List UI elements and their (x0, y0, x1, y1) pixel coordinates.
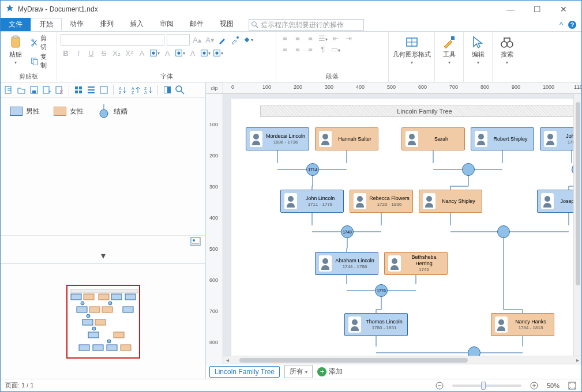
valign-mid-icon[interactable]: ≡ (292, 45, 303, 54)
style-picker-1-icon[interactable]: ▾ (149, 48, 160, 58)
font-color-icon[interactable]: A (137, 49, 147, 58)
ribbon-collapse-icon[interactable]: ^ (560, 20, 563, 29)
valign-top-icon[interactable]: ≡ (280, 45, 290, 54)
drawing-canvas[interactable]: Lincoln Family Tree Mordecai Lincoln1686… (223, 94, 581, 364)
strike-icon[interactable]: S (99, 49, 109, 58)
tools-button[interactable]: 工具▾ (438, 34, 460, 65)
drawing-page[interactable]: Lincoln Family Tree Mordecai Lincoln1686… (231, 99, 581, 364)
char-border-icon[interactable]: A (162, 49, 172, 58)
lib-close-icon[interactable] (55, 85, 64, 95)
lib-open-icon[interactable] (17, 85, 26, 95)
person-node[interactable]: Robert Shipley (471, 127, 534, 150)
zoom-slider[interactable] (452, 385, 521, 387)
tab-home[interactable]: 开始 (31, 18, 62, 31)
lib-new-icon[interactable] (4, 85, 13, 95)
italic-icon[interactable]: I (73, 49, 84, 58)
page-indicator[interactable]: 页面: 1 / 1 (5, 381, 34, 390)
sort-desc-icon[interactable]: ZA (144, 85, 153, 95)
person-node[interactable]: Sarah (401, 127, 465, 150)
sheet-tab-all[interactable]: 所有 ▾ (284, 365, 313, 378)
align-right-icon[interactable]: ≡ (305, 34, 316, 43)
person-node[interactable]: Nancy Hanks1784 - 1818 (491, 313, 554, 336)
eyedropper-icon[interactable] (230, 35, 241, 45)
paste-button[interactable]: 粘贴 ▾ (4, 34, 27, 65)
subscript-icon[interactable]: X₂ (111, 49, 122, 58)
font-size-combo[interactable] (167, 34, 190, 46)
bold-icon[interactable]: B (61, 49, 71, 58)
legend-married[interactable]: 结婚 (97, 104, 127, 118)
window-close-button[interactable]: ✕ (550, 1, 577, 18)
view-list-icon[interactable] (87, 85, 96, 95)
font-family-combo[interactable] (61, 34, 164, 46)
sheet-tab-active[interactable]: Lincoln Family Tree (209, 366, 280, 378)
thumbnail-collapse-handle[interactable]: ▾ (1, 248, 205, 263)
marriage-node[interactable] (462, 163, 475, 176)
ruler-vertical[interactable]: 100200300400500600700800 (206, 94, 223, 364)
zoom-in-icon[interactable] (530, 381, 539, 390)
bullets-icon[interactable]: ☰▾ (318, 34, 328, 43)
vertical-scrollbar[interactable] (573, 94, 581, 356)
valign-bot-icon[interactable]: ≡ (305, 45, 316, 54)
char-shading-icon[interactable]: A (187, 49, 198, 58)
edit-button[interactable]: 编辑▾ (467, 34, 489, 65)
tab-review[interactable]: 审阅 (152, 18, 182, 31)
marriage-node[interactable]: 1770 (375, 284, 388, 297)
pilcrow-icon[interactable]: ¶ (318, 45, 328, 54)
person-node[interactable]: Abraham Lincoln1744 - 1786 (315, 252, 378, 275)
indent-inc-icon[interactable]: ⇥ (343, 34, 354, 43)
copy-button[interactable]: 复制 (31, 52, 54, 70)
shape-search-icon[interactable] (175, 85, 185, 95)
person-node[interactable]: Rebecca Flowers1720 - 1806 (350, 190, 413, 213)
help-icon[interactable]: ? (568, 20, 577, 29)
zoom-level[interactable]: 50% (547, 382, 560, 389)
search-button[interactable]: 搜索▾ (496, 34, 518, 65)
sort-asc-icon[interactable]: AZ (131, 85, 140, 95)
pane-toggle-icon[interactable] (163, 85, 172, 95)
cut-button[interactable]: 剪切 (31, 34, 54, 51)
style-picker-3-icon[interactable]: ▾ (200, 48, 211, 58)
tab-view[interactable]: 视图 (212, 18, 242, 31)
format-painter-icon[interactable] (217, 35, 228, 45)
lib-add-icon[interactable]: + (42, 85, 51, 95)
tab-insert[interactable]: 插入 (122, 18, 152, 31)
indent-dec-icon[interactable]: ⇤ (331, 34, 341, 43)
marriage-node[interactable]: 1714 (306, 163, 319, 176)
person-node[interactable]: Bethsheba Herring1746 (384, 252, 448, 275)
style-picker-2-icon[interactable]: ▾ (175, 48, 185, 58)
zoom-out-icon[interactable] (435, 381, 444, 390)
file-menu[interactable]: 文件 (1, 18, 31, 31)
person-node[interactable]: Mordecai Lincoln1686 - 1736 (246, 127, 309, 150)
page-thumbnail[interactable] (66, 285, 140, 359)
add-sheet-button[interactable]: +添加 (317, 367, 343, 376)
person-node[interactable]: Nancy Shipley (419, 190, 482, 213)
window-maximize-button[interactable]: ☐ (524, 1, 550, 18)
decrease-font-icon[interactable]: A▾ (205, 36, 215, 44)
increase-font-icon[interactable]: A▴ (192, 36, 202, 44)
view-tree-icon[interactable] (99, 85, 108, 95)
legend-female[interactable]: 女性 (54, 107, 84, 116)
fit-page-icon[interactable] (568, 381, 577, 390)
ruler-horizontal[interactable]: 010020030040050060070080090010001100 (223, 82, 581, 94)
marriage-node[interactable] (497, 225, 510, 238)
person-node[interactable]: Thomas Lincoln1780 - 1851 (344, 313, 408, 336)
align-left-icon[interactable]: ≡ (280, 34, 290, 43)
style-picker-4-icon[interactable]: ▾ (213, 48, 223, 58)
geometry-format-button[interactable]: 几何图形格式▾ (392, 34, 431, 65)
marriage-node[interactable]: 1743 (341, 225, 354, 238)
horizontal-scrollbar[interactable]: ◂▸ (223, 356, 581, 364)
properties-icon[interactable] (190, 237, 201, 246)
view-icons-icon[interactable] (74, 85, 83, 95)
tab-actions[interactable]: 动作 (62, 18, 92, 31)
tab-arrange[interactable]: 排列 (92, 18, 122, 31)
direction-icon[interactable]: ▭▾ (331, 45, 341, 54)
window-minimize-button[interactable]: — (497, 1, 524, 18)
person-node[interactable]: Hannah Salter (315, 127, 378, 150)
tab-mail[interactable]: 邮件 (182, 18, 212, 31)
sort-default-icon[interactable]: AZ (118, 85, 127, 95)
tell-me-search[interactable]: 提示程序您想要进行的操作 (249, 19, 364, 31)
legend-male[interactable]: 男性 (10, 107, 40, 116)
align-center-icon[interactable]: ≡ (292, 34, 303, 43)
lib-save-icon[interactable] (29, 85, 39, 95)
underline-icon[interactable]: U (86, 49, 96, 58)
superscript-icon[interactable]: X² (124, 49, 134, 58)
